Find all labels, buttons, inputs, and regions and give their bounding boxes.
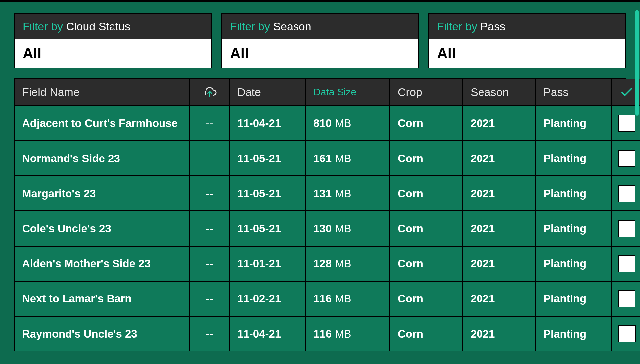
row-checkbox[interactable] [618, 115, 635, 132]
filter-cloud-status-suffix: Cloud Status [66, 20, 130, 33]
size-unit: MB [335, 328, 351, 340]
size-unit: MB [335, 117, 351, 130]
cell-data-size: 116MB [306, 316, 390, 351]
cell-checkbox [612, 316, 640, 351]
page-root: Filter by Cloud Status All Filter by Sea… [0, 0, 640, 351]
cell-checkbox [612, 210, 640, 246]
cell-crop: Corn [390, 281, 463, 316]
cell-pass: Planting [536, 105, 612, 140]
filter-pass-suffix: Pass [480, 20, 505, 33]
filter-cloud-status-header: Filter by Cloud Status [15, 14, 211, 39]
cell-season: 2021 [463, 281, 536, 316]
filter-season-suffix: Season [273, 20, 311, 33]
cell-date: 11-02-21 [230, 281, 306, 316]
cell-data-size: 131MB [306, 175, 390, 210]
size-value: 131 [313, 187, 332, 200]
size-value: 116 [313, 328, 332, 340]
cell-field-name: Cole's Uncle's 23 [15, 210, 190, 246]
column-header-date[interactable]: Date [230, 79, 306, 105]
cell-season: 2021 [463, 105, 536, 140]
filter-season-header: Filter by Season [222, 14, 418, 39]
cell-crop: Corn [390, 140, 463, 175]
cell-data-size: 116MB [306, 281, 390, 316]
cell-data-size: 810MB [306, 105, 390, 140]
cell-cloud-status: -- [190, 246, 230, 281]
cell-pass: Planting [536, 210, 612, 246]
cell-field-name: Alden's Mother's Side 23 [15, 246, 190, 281]
filter-pass-prefix: Filter by [437, 20, 477, 33]
row-checkbox[interactable] [618, 150, 635, 167]
cell-field-name: Normand's Side 23 [15, 140, 190, 175]
column-header-cloud[interactable] [190, 79, 230, 105]
cell-season: 2021 [463, 175, 536, 210]
cell-season: 2021 [463, 246, 536, 281]
column-header-field-name[interactable]: Field Name [15, 79, 190, 105]
cell-date: 11-05-21 [230, 175, 306, 210]
filter-bar: Filter by Cloud Status All Filter by Sea… [14, 13, 626, 68]
cell-pass: Planting [536, 281, 612, 316]
check-icon [621, 87, 633, 97]
cell-checkbox [612, 175, 640, 210]
vertical-scrollbar-thumb[interactable] [635, 10, 639, 116]
cell-date: 11-01-21 [230, 246, 306, 281]
cell-field-name: Margarito's 23 [15, 175, 190, 210]
filter-cloud-status-select[interactable]: All [15, 39, 211, 68]
row-checkbox[interactable] [618, 255, 635, 272]
cell-cloud-status: -- [190, 210, 230, 246]
cell-checkbox [612, 140, 640, 175]
cell-field-name: Next to Lamar's Barn [15, 281, 190, 316]
cell-date: 11-05-21 [230, 210, 306, 246]
cell-checkbox [612, 246, 640, 281]
size-unit: MB [335, 187, 351, 200]
cell-pass: Planting [536, 140, 612, 175]
size-value: 161 [313, 152, 332, 165]
size-value: 116 [313, 293, 332, 305]
size-unit: MB [335, 152, 351, 165]
cell-season: 2021 [463, 140, 536, 175]
cell-cloud-status: -- [190, 105, 230, 140]
cell-pass: Planting [536, 246, 612, 281]
filter-season-select[interactable]: All [222, 39, 418, 68]
cell-data-size: 128MB [306, 246, 390, 281]
cell-field-name: Raymond's Uncle's 23 [15, 316, 190, 351]
filter-pass: Filter by Pass All [428, 13, 626, 68]
row-checkbox[interactable] [618, 325, 636, 342]
column-header-crop[interactable]: Crop [390, 79, 463, 105]
cell-crop: Corn [390, 105, 463, 140]
row-checkbox[interactable] [618, 290, 635, 307]
column-header-season[interactable]: Season [463, 79, 536, 105]
cell-season: 2021 [463, 210, 536, 246]
row-checkbox[interactable] [618, 220, 635, 237]
cell-crop: Corn [390, 175, 463, 210]
size-value: 130 [313, 222, 332, 235]
cell-season: 2021 [463, 316, 536, 351]
filter-cloud-status-prefix: Filter by [23, 20, 63, 33]
data-table: Field Name Date Data Size Crop Season Pa… [14, 78, 626, 351]
cell-cloud-status: -- [190, 281, 230, 316]
filter-cloud-status: Filter by Cloud Status All [14, 13, 212, 68]
filter-season: Filter by Season All [221, 13, 419, 68]
filter-pass-select[interactable]: All [429, 39, 625, 68]
column-header-pass[interactable]: Pass [536, 79, 612, 105]
cell-pass: Planting [536, 175, 612, 210]
size-value: 810 [313, 117, 332, 130]
cell-cloud-status: -- [190, 175, 230, 210]
row-checkbox[interactable] [618, 185, 635, 202]
cell-data-size: 161MB [306, 140, 390, 175]
cell-cloud-status: -- [190, 316, 230, 351]
cloud-upload-icon [202, 85, 217, 99]
column-header-data-size[interactable]: Data Size [306, 79, 390, 105]
cell-date: 11-04-21 [230, 316, 306, 351]
cell-pass: Planting [536, 316, 612, 351]
cell-crop: Corn [390, 316, 463, 351]
cell-date: 11-04-21 [230, 105, 306, 140]
size-unit: MB [335, 222, 351, 235]
filter-pass-header: Filter by Pass [429, 14, 625, 39]
cell-crop: Corn [390, 246, 463, 281]
cell-checkbox [612, 281, 640, 316]
cell-cloud-status: -- [190, 140, 230, 175]
size-value: 128 [313, 257, 332, 270]
cell-data-size: 130MB [306, 210, 390, 246]
size-unit: MB [335, 293, 351, 305]
cell-crop: Corn [390, 210, 463, 246]
